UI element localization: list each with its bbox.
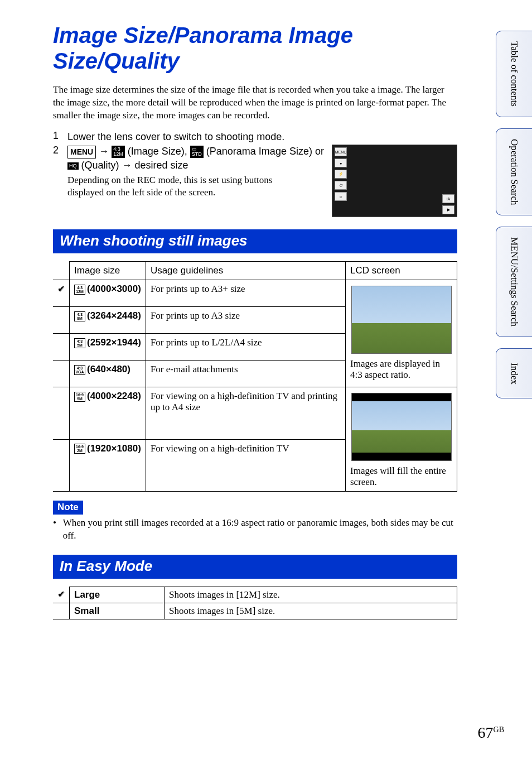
tab-menu-settings-search[interactable]: MENU/Settings Search bbox=[496, 227, 532, 337]
size-vga: 4:3VGA(640×480) bbox=[70, 361, 146, 387]
image-size-icon: 4:312M bbox=[112, 146, 125, 158]
easy-small-desc: Shoots images in [5M] size. bbox=[165, 603, 457, 619]
col-header-usage: Usage guidelines bbox=[146, 262, 345, 280]
col-header-lcd: LCD screen bbox=[346, 262, 457, 280]
thumb-timer-icon: ⏱ bbox=[335, 181, 347, 190]
easy-mode-table: Large Shoots images in [12M] size. Small… bbox=[53, 587, 457, 619]
lcd-preview-4-3 bbox=[351, 286, 452, 354]
image-size-table: Image size Usage guidelines LCD screen 4… bbox=[53, 261, 457, 492]
panorama-icon: ▭STD bbox=[190, 146, 204, 158]
quality-icon: HQ bbox=[67, 162, 79, 170]
check-icon bbox=[57, 284, 65, 294]
note-body: • When you print still images recorded a… bbox=[53, 517, 457, 542]
lcd-thumbnail: MENU ● ⚡ ⏱ ☺ iA ▶ bbox=[332, 145, 457, 217]
usage-vga: For e-mail attachments bbox=[146, 361, 345, 387]
tab-index[interactable]: Index bbox=[496, 348, 532, 398]
section-heading-still: When shooting still images bbox=[53, 229, 457, 253]
step-1-text: Lower the lens cover to switch to shooti… bbox=[67, 130, 457, 143]
thumb-menu-icon: MENU bbox=[335, 147, 347, 156]
easy-large-label: Large bbox=[70, 587, 165, 603]
tab-operation-search[interactable]: Operation Search bbox=[496, 128, 532, 215]
menu-badge-icon: MENU bbox=[67, 146, 96, 158]
size-2m: 16:92M(1920×1080) bbox=[70, 439, 146, 492]
step-2-text: MENU → 4:312M (Image Size), ▭STD (Panora… bbox=[67, 145, 326, 172]
intro-paragraph: The image size determines the size of th… bbox=[53, 84, 457, 122]
easy-small-label: Small bbox=[70, 603, 165, 619]
lcd-4-3: Images are displayed in 4:3 aspect ratio… bbox=[346, 280, 457, 387]
page-number: 67GB bbox=[478, 724, 504, 742]
usage-5m: For prints up to L/2L/A4 size bbox=[146, 334, 345, 361]
thumb-movie-icon: ● bbox=[335, 158, 347, 167]
usage-9m: For viewing on a high-definition TV and … bbox=[146, 387, 345, 440]
page-title: Image Size/Panorama Image Size/Quality bbox=[53, 22, 457, 74]
default-check bbox=[53, 280, 70, 307]
lcd-preview-16-9 bbox=[351, 393, 452, 461]
thumb-mode-icon: iA bbox=[442, 194, 454, 203]
easy-default-check bbox=[53, 587, 70, 603]
usage-2m: For viewing on a high-definition TV bbox=[146, 439, 345, 492]
usage-12m: For prints up to A3+ size bbox=[146, 280, 345, 307]
lcd-16-9: Images will fill the entire screen. bbox=[346, 387, 457, 492]
col-header-size: Image size bbox=[70, 262, 146, 280]
thumb-flash-icon: ⚡ bbox=[335, 170, 347, 179]
step-number-1: 1 bbox=[53, 130, 62, 143]
size-9m: 16:99M(4000×2248) bbox=[70, 387, 146, 440]
usage-8m: For prints up to A3 size bbox=[146, 307, 345, 334]
size-12m: 4:312M(4000×3000) bbox=[70, 280, 146, 307]
section-heading-easy: In Easy Mode bbox=[53, 555, 457, 579]
check-icon bbox=[57, 589, 65, 599]
step-2-note: Depending on the REC mode, this is set u… bbox=[67, 174, 302, 199]
thumb-play-icon: ▶ bbox=[442, 205, 454, 214]
step-number-2: 2 bbox=[53, 145, 62, 172]
size-8m: 4:38M(3264×2448) bbox=[70, 307, 146, 334]
tab-toc[interactable]: Table of contents bbox=[496, 31, 532, 117]
thumb-smile-icon: ☺ bbox=[335, 192, 347, 201]
easy-large-desc: Shoots images in [12M] size. bbox=[165, 587, 457, 603]
size-5m: 4:35M(2592×1944) bbox=[70, 334, 146, 361]
note-label: Note bbox=[53, 501, 83, 515]
